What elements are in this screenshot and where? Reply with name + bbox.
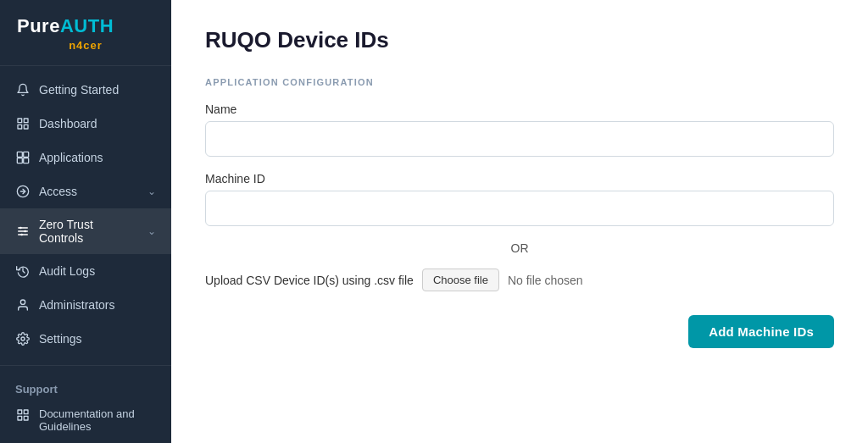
sidebar-item-label: Zero Trust Controls xyxy=(39,218,139,245)
bell-icon xyxy=(15,82,31,97)
support-label: Support xyxy=(0,376,171,401)
svg-rect-21 xyxy=(18,416,22,420)
svg-rect-0 xyxy=(18,119,22,123)
sidebar-item-documentation[interactable]: Documentation and Guidelines xyxy=(0,401,171,443)
logo-accent: AUTH xyxy=(60,15,114,36)
upload-row: Upload CSV Device ID(s) using .csv file … xyxy=(205,269,834,291)
machine-id-field-group: Machine ID xyxy=(205,172,834,226)
gear-icon xyxy=(15,331,31,346)
name-field-group: Name xyxy=(205,102,834,157)
sidebar-nav: Getting Started Dashboard Applications xyxy=(0,66,171,365)
svg-rect-1 xyxy=(24,119,28,123)
logo: PureAUTH n4cer xyxy=(0,0,171,66)
svg-point-15 xyxy=(20,234,23,236)
svg-rect-6 xyxy=(17,158,22,163)
sliders-icon xyxy=(15,224,31,239)
history-icon xyxy=(15,263,31,279)
sidebar-item-label: Settings xyxy=(39,332,82,346)
sidebar-item-administrators[interactable]: Administrators xyxy=(0,288,171,322)
name-label: Name xyxy=(205,102,834,116)
sidebar-item-label: Audit Logs xyxy=(39,264,95,278)
section-label: APPLICATION CONFIGURATION xyxy=(205,77,834,87)
sidebar-item-applications[interactable]: Applications xyxy=(0,141,171,174)
sidebar-item-label: Getting Started xyxy=(39,83,119,97)
action-row: Add Machine IDs xyxy=(205,315,834,348)
main-content: RUQO Device IDs APPLICATION CONFIGURATIO… xyxy=(171,0,868,443)
logo-text: PureAUTH xyxy=(17,15,154,37)
svg-point-16 xyxy=(20,300,25,304)
sidebar-item-settings[interactable]: Settings xyxy=(0,322,171,356)
docs-icon xyxy=(15,407,31,423)
svg-rect-20 xyxy=(24,416,28,420)
svg-rect-2 xyxy=(24,125,28,129)
chevron-down-icon: ⌄ xyxy=(147,186,156,197)
svg-rect-7 xyxy=(24,158,29,163)
svg-rect-18 xyxy=(18,410,22,414)
user-circle-icon xyxy=(15,297,31,313)
machine-id-label: Machine ID xyxy=(205,172,834,186)
grid-icon xyxy=(15,116,31,131)
support-section: Support Documentation and Guidelines xyxy=(0,365,171,443)
documentation-label: Documentation and Guidelines xyxy=(39,407,156,433)
machine-id-input[interactable] xyxy=(205,191,834,226)
sidebar-item-getting-started[interactable]: Getting Started xyxy=(0,73,171,107)
sidebar-item-label: Access xyxy=(39,185,77,198)
sidebar: PureAUTH n4cer Getting Started Dashboard xyxy=(0,0,171,443)
sidebar-item-dashboard[interactable]: Dashboard xyxy=(0,107,171,141)
or-divider: OR xyxy=(205,241,834,255)
svg-rect-4 xyxy=(17,152,22,157)
choose-file-button[interactable]: Choose file xyxy=(422,269,499,291)
circle-arrow-icon xyxy=(15,184,31,199)
sidebar-item-audit-logs[interactable]: Audit Logs xyxy=(0,254,171,288)
svg-point-13 xyxy=(19,227,22,230)
sidebar-item-access[interactable]: Access ⌄ xyxy=(0,174,171,208)
sidebar-item-zero-trust-controls[interactable]: Zero Trust Controls ⌄ xyxy=(0,208,171,254)
svg-rect-3 xyxy=(18,125,22,129)
svg-rect-5 xyxy=(24,152,29,157)
name-input[interactable] xyxy=(205,121,834,157)
svg-point-14 xyxy=(24,230,26,233)
page-title: RUQO Device IDs xyxy=(205,27,834,53)
no-file-text: No file chosen xyxy=(508,274,583,287)
logo-sub: n4cer xyxy=(17,39,154,52)
upload-label: Upload CSV Device ID(s) using .csv file xyxy=(205,274,414,287)
sidebar-item-label: Applications xyxy=(39,151,103,164)
svg-point-17 xyxy=(21,337,25,341)
svg-rect-19 xyxy=(24,410,28,414)
sidebar-item-label: Administrators xyxy=(39,298,114,312)
add-machine-ids-button[interactable]: Add Machine IDs xyxy=(688,315,834,348)
apps-icon xyxy=(15,150,31,165)
sidebar-item-label: Dashboard xyxy=(39,117,97,130)
chevron-down-icon: ⌄ xyxy=(147,225,156,237)
logo-brand: Pure xyxy=(17,15,60,36)
